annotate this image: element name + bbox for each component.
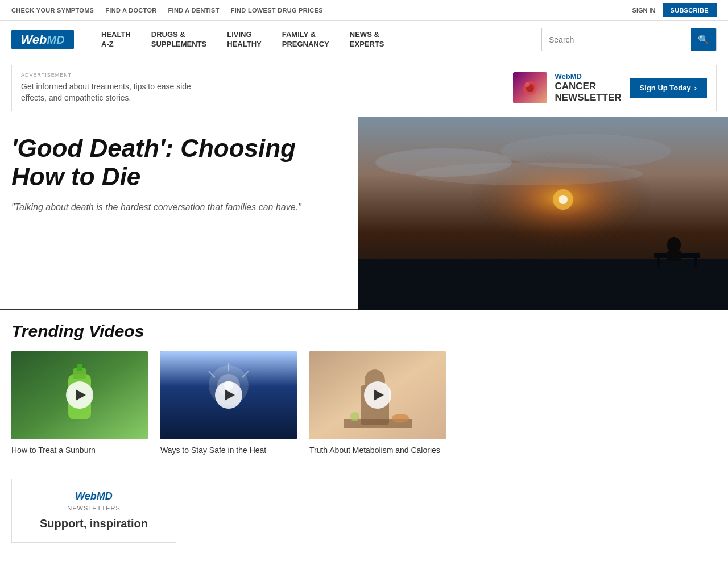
- ad-content-left: ADVERTISEMENT Get informed about treatme…: [21, 72, 203, 103]
- svg-point-32: [392, 414, 409, 423]
- trending-videos-title: Trending Videos: [11, 322, 717, 341]
- find-drug-prices-link[interactable]: FIND LOWEST DRUG PRICES: [231, 7, 323, 14]
- news-experts-nav[interactable]: NEWS &EXPERTS: [340, 26, 395, 54]
- family-pregnancy-nav[interactable]: FAMILY &PREGNANCY: [272, 26, 340, 54]
- find-dentist-link[interactable]: FIND A DENTIST: [168, 7, 220, 14]
- search-container: 🔍: [541, 28, 717, 51]
- ad-newsletter-info: WebMD CANCERNEWSLETTER: [555, 72, 622, 104]
- play-button-heat[interactable]: [215, 381, 242, 409]
- search-input[interactable]: [542, 30, 691, 50]
- svg-point-8: [415, 163, 643, 185]
- video-card-heat[interactable]: Ways to Stay Safe in the Heat: [160, 351, 297, 456]
- video-card-metabolism[interactable]: Truth About Metabolism and Calories: [309, 351, 446, 456]
- svg-rect-20: [77, 364, 82, 371]
- hero-subtitle: "Talking about death is the hardest conv…: [11, 201, 347, 214]
- video-card-sunburn[interactable]: How to Treat a Sunburn: [11, 351, 148, 456]
- svg-point-16: [559, 195, 568, 204]
- svg-point-33: [350, 412, 359, 421]
- play-button-sunburn[interactable]: [66, 381, 93, 409]
- svg-rect-14: [667, 251, 681, 261]
- logo-text: WebMD: [20, 32, 64, 47]
- svg-rect-11: [657, 258, 660, 267]
- ad-label: ADVERTISEMENT: [21, 72, 203, 78]
- hero-image[interactable]: [358, 117, 728, 310]
- play-icon: [374, 389, 384, 401]
- video-thumb-sunburn: [11, 351, 148, 439]
- svg-point-13: [667, 237, 681, 253]
- hero-svg-scene: [358, 117, 728, 310]
- ad-text: Get informed about treatments, tips to e…: [21, 81, 203, 103]
- svg-rect-12: [694, 258, 697, 267]
- ad-newsletter-name: CANCERNEWSLETTER: [555, 81, 622, 104]
- search-button[interactable]: 🔍: [691, 28, 716, 51]
- video-label-metabolism: Truth About Metabolism and Calories: [309, 445, 446, 456]
- top-nav-links: CHECK YOUR SYMPTOMS FIND A DOCTOR FIND A…: [11, 7, 323, 14]
- videos-grid: How to Treat a Sunburn: [11, 351, 717, 456]
- hero-section: 'Good Death': Choosing How to Die "Talki…: [0, 117, 728, 310]
- newsletter-webmd-logo: WebMD: [75, 490, 113, 502]
- top-nav-right: SIGN IN SUBSCRIBE: [632, 3, 717, 17]
- search-icon: 🔍: [698, 34, 709, 45]
- ad-banner: ADVERTISEMENT Get informed about treatme…: [11, 65, 717, 111]
- video-label-sunburn: How to Treat a Sunburn: [11, 445, 148, 456]
- ad-content-right: WebMD CANCERNEWSLETTER Sign Up Today ›: [513, 72, 708, 104]
- health-az-nav[interactable]: HEALTHA-Z: [91, 26, 141, 54]
- play-icon: [225, 389, 235, 401]
- newsletter-tagline: Support, inspiration: [21, 516, 167, 531]
- hero-title: 'Good Death': Choosing How to Die: [11, 134, 347, 192]
- check-symptoms-link[interactable]: CHECK YOUR SYMPTOMS: [11, 7, 94, 14]
- trending-videos-section: Trending Videos: [0, 310, 728, 473]
- play-button-metabolism[interactable]: [364, 381, 391, 409]
- chevron-right-icon: ›: [694, 84, 697, 92]
- subscribe-button[interactable]: SUBSCRIBE: [663, 3, 717, 17]
- hero-text: 'Good Death': Choosing How to Die "Talki…: [0, 117, 358, 310]
- webmd-logo[interactable]: WebMD: [11, 30, 74, 49]
- main-nav-links: HEALTHA-Z DRUGS &SUPPLEMENTS LIVINGHEALT…: [91, 26, 541, 54]
- main-nav: WebMD HEALTHA-Z DRUGS &SUPPLEMENTS LIVIN…: [0, 21, 728, 59]
- play-icon: [76, 389, 86, 401]
- cancer-cell-icon: [519, 77, 541, 99]
- find-doctor-link[interactable]: FIND A DOCTOR: [105, 7, 156, 14]
- drugs-supplements-nav[interactable]: DRUGS &SUPPLEMENTS: [141, 26, 217, 54]
- living-healthy-nav[interactable]: LIVINGHEALTHY: [217, 26, 271, 54]
- video-thumb-heat: [160, 351, 297, 439]
- sign-in-link[interactable]: SIGN IN: [632, 7, 656, 14]
- top-utility-nav: CHECK YOUR SYMPTOMS FIND A DOCTOR FIND A…: [0, 0, 728, 21]
- newsletters-label: NEWSLETTERS: [21, 505, 167, 512]
- ad-webmd-label: WebMD: [555, 72, 622, 81]
- sign-up-today-button[interactable]: Sign Up Today ›: [630, 78, 707, 98]
- svg-rect-9: [358, 259, 728, 310]
- svg-point-2: [525, 82, 530, 87]
- svg-point-3: [532, 84, 535, 88]
- newsletter-promo[interactable]: WebMD NEWSLETTERS Support, inspiration: [11, 479, 176, 543]
- video-label-heat: Ways to Stay Safe in the Heat: [160, 445, 297, 456]
- cancer-thumbnail: [513, 72, 547, 103]
- video-thumb-metabolism: [309, 351, 446, 439]
